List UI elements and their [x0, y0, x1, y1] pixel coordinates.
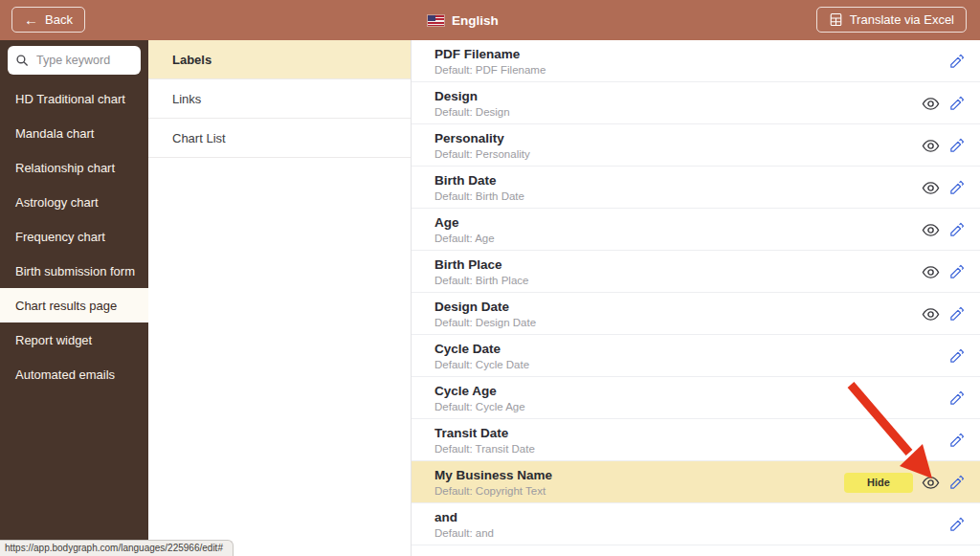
sidebar-item-relationship-chart[interactable]: Relationship chart: [0, 150, 148, 185]
language-selector[interactable]: English: [428, 0, 499, 40]
label-title: Design Date: [434, 299, 980, 315]
labels-list: PDF FilenameDefault: PDF FilenameDesignD…: [412, 40, 980, 556]
language-label: English: [452, 13, 499, 28]
eye-icon[interactable]: [922, 137, 940, 155]
label-title: and: [434, 509, 980, 525]
us-flag-icon: [428, 15, 444, 26]
pencil-icon[interactable]: [948, 348, 965, 365]
label-default-text: Default: Birth Date: [434, 189, 980, 204]
tab-links[interactable]: Links: [148, 79, 411, 119]
sidebar: HD Traditional chartMandala chartRelatio…: [0, 40, 148, 544]
label-row-design-date: Design DateDefault: Design Date: [412, 293, 980, 335]
back-label: Back: [45, 12, 73, 27]
tab-column: LabelsLinksChart List: [148, 40, 412, 556]
sidebar-item-birth-submission-form[interactable]: Birth submission form: [0, 254, 148, 288]
label-default-text: Default: Cycle Date: [434, 358, 980, 372]
label-row-birth-place: Birth PlaceDefault: Birth Place: [412, 251, 980, 293]
label-title: Personality: [434, 130, 980, 146]
pencil-icon[interactable]: [948, 390, 965, 407]
sidebar-menu: HD Traditional chartMandala chartRelatio…: [0, 81, 148, 391]
label-title: Cycle Date: [434, 341, 980, 357]
row-actions: [948, 419, 965, 461]
label-title: Cycle Age: [434, 383, 980, 399]
label-default-text: Default: Birth Place: [434, 274, 980, 288]
pencil-icon[interactable]: [948, 54, 965, 70]
label-row-age: AgeDefault: Age: [412, 209, 980, 251]
label-default-text: Default: Design: [434, 105, 980, 120]
back-button[interactable]: ← Back: [11, 7, 85, 33]
sidebar-item-report-widget[interactable]: Report widget: [0, 322, 148, 357]
label-row-cycle-date: Cycle DateDefault: Cycle Date: [412, 335, 980, 377]
sidebar-item-mandala-chart[interactable]: Mandala chart: [0, 116, 148, 150]
row-actions: [948, 40, 965, 82]
row-actions: [948, 335, 965, 377]
label-row-my-business-name: My Business NameDefault: Copyright TextH…: [412, 461, 980, 503]
translate-label: Translate via Excel: [850, 12, 954, 27]
translate-via-excel-button[interactable]: Translate via Excel: [816, 7, 967, 33]
label-row-and: andDefault: and: [412, 503, 980, 545]
sidebar-item-astrology-chart[interactable]: Astrology chart: [0, 185, 148, 219]
eye-icon[interactable]: [922, 95, 940, 113]
pencil-icon[interactable]: [948, 264, 965, 280]
row-actions: [922, 209, 965, 251]
eye-icon[interactable]: [922, 179, 940, 197]
row-actions: [922, 251, 965, 293]
pencil-icon[interactable]: [948, 180, 965, 196]
label-default-text: Default: and: [434, 526, 980, 541]
label-default-text: Default: Cycle Age: [434, 400, 980, 414]
label-title: Birth Place: [434, 256, 980, 273]
sidebar-item-chart-results-page[interactable]: Chart results page: [0, 288, 148, 322]
tab-labels[interactable]: Labels: [148, 40, 411, 79]
row-actions: [948, 377, 965, 419]
pencil-icon[interactable]: [948, 96, 965, 112]
row-actions: Hide: [844, 461, 965, 503]
label-row-birth-date: Birth DateDefault: Birth Date: [412, 167, 980, 209]
search-input[interactable]: [34, 53, 133, 68]
label-title: Transit Date: [434, 425, 980, 441]
label-default-text: Default: Transit Date: [434, 442, 980, 456]
label-default-text: Default: PDF Filename: [434, 63, 980, 78]
row-actions: [922, 293, 965, 335]
pencil-icon[interactable]: [948, 475, 965, 491]
eye-icon[interactable]: [922, 221, 940, 239]
pencil-icon[interactable]: [948, 517, 965, 533]
sidebar-item-automated-emails[interactable]: Automated emails: [0, 357, 148, 391]
sidebar-item-hd-traditional-chart[interactable]: HD Traditional chart: [0, 81, 148, 116]
label-default-text: Default: Age: [434, 232, 980, 246]
tab-chart-list[interactable]: Chart List: [148, 119, 411, 158]
search-icon: [15, 54, 29, 67]
pencil-icon[interactable]: [948, 138, 965, 154]
app-window: ← Back English Translate via Excel HD Tr…: [0, 0, 980, 556]
row-actions: [948, 503, 965, 545]
label-row-cycle-age: Cycle AgeDefault: Cycle Age: [412, 377, 980, 419]
pencil-icon[interactable]: [948, 222, 965, 238]
row-actions: [922, 124, 965, 167]
label-title: Birth Date: [434, 172, 980, 189]
hide-button[interactable]: Hide: [844, 473, 913, 493]
label-row-transit-date: Transit DateDefault: Transit Date: [412, 419, 980, 461]
pencil-icon[interactable]: [948, 306, 965, 322]
top-bar: ← Back English Translate via Excel: [0, 0, 980, 40]
label-default-text: Default: Design Date: [434, 316, 980, 330]
status-url: https://app.bodygraph.com/languages/2259…: [0, 540, 234, 556]
label-title: PDF Filename: [434, 46, 980, 62]
excel-file-icon: [829, 12, 843, 27]
search-box[interactable]: [8, 46, 141, 75]
label-default-text: Default: Personality: [434, 147, 980, 162]
back-arrow-icon: ←: [24, 12, 38, 27]
label-title: Age: [434, 214, 980, 231]
row-actions: [922, 167, 965, 209]
label-row-design: DesignDefault: Design: [412, 82, 980, 124]
label-row-personality: PersonalityDefault: Personality: [412, 124, 980, 167]
eye-icon[interactable]: [922, 474, 940, 492]
row-actions: [922, 82, 965, 124]
label-title: Design: [434, 88, 980, 104]
eye-icon[interactable]: [922, 305, 940, 323]
sidebar-item-frequency-chart[interactable]: Frequency chart: [0, 219, 148, 254]
pencil-icon[interactable]: [948, 433, 965, 449]
label-row-pdf-filename: PDF FilenameDefault: PDF Filename: [412, 40, 980, 82]
eye-icon[interactable]: [922, 263, 940, 281]
